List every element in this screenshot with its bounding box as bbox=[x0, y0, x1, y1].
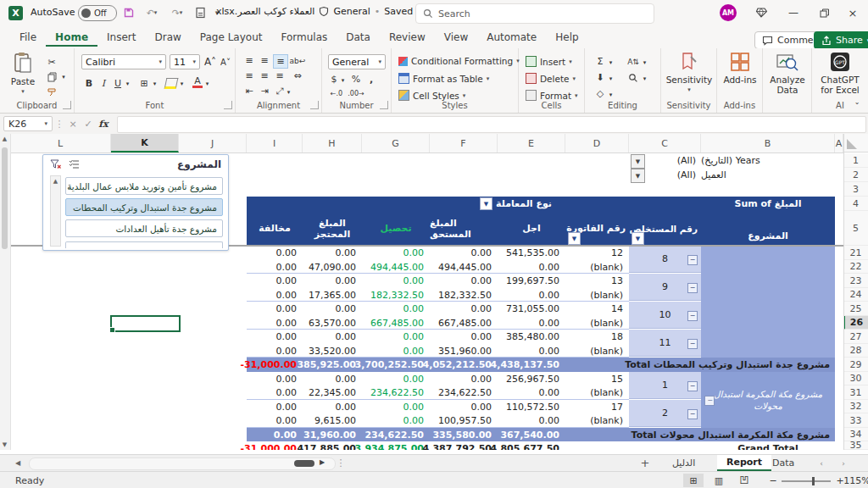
sensitivity-badge[interactable]: General bbox=[333, 6, 370, 17]
pivot-extract-group[interactable]: 1− bbox=[629, 372, 701, 399]
pivot-extract-group[interactable]: 2− bbox=[629, 400, 701, 427]
merge-center-button[interactable]: ⇔ bbox=[290, 69, 305, 82]
align-top-button[interactable]: ≡ bbox=[242, 54, 256, 67]
autosum-button[interactable]: Σ bbox=[593, 55, 607, 68]
collapse-button[interactable]: − bbox=[687, 381, 698, 391]
increase-indent-button[interactable]: ⇥ bbox=[258, 85, 271, 97]
share-button[interactable]: Share ▾ bbox=[814, 31, 868, 49]
restore-button[interactable] bbox=[807, 0, 841, 25]
collapse-button[interactable]: − bbox=[704, 396, 715, 406]
pivot-extract-group[interactable]: 8− bbox=[629, 246, 701, 273]
font-dialog-launcher[interactable] bbox=[224, 101, 232, 109]
ribbon-tab-data[interactable]: Data bbox=[337, 27, 380, 47]
row-header-25[interactable]: 25 bbox=[843, 302, 868, 316]
ribbon-tab-file[interactable]: File bbox=[10, 27, 46, 47]
pivot-extract-group[interactable]: 10− bbox=[629, 302, 701, 329]
number-format-combo[interactable]: General▾ bbox=[328, 54, 386, 69]
copy-button[interactable] bbox=[44, 71, 59, 83]
clear-dropdown[interactable]: ▾ bbox=[607, 90, 615, 100]
row-header-31[interactable]: 31 bbox=[843, 385, 868, 400]
font-name-combo[interactable]: Calibri▾ bbox=[81, 54, 166, 69]
copy-dropdown[interactable]: ▾ bbox=[59, 71, 68, 83]
ribbon-tab-view[interactable]: View bbox=[435, 27, 477, 47]
borders-dropdown[interactable]: ▾ bbox=[151, 79, 159, 89]
slicer-scrollbar[interactable]: ▲ bbox=[50, 175, 61, 247]
paste-button[interactable]: Paste ▾ bbox=[7, 52, 39, 97]
column-header-K[interactable]: K bbox=[111, 134, 179, 152]
row-header-26[interactable]: 26 bbox=[843, 316, 868, 330]
slicer-item-1[interactable]: مشروع جدة استبدال وتركيب المحطات bbox=[65, 198, 223, 216]
accounting-format-button[interactable]: $ bbox=[328, 73, 340, 86]
redo-button[interactable]: ↷▾ bbox=[166, 4, 188, 21]
conditional-formatting-button[interactable]: Conditional Formatting▾ bbox=[398, 56, 520, 66]
collapse-button[interactable]: − bbox=[687, 255, 698, 265]
tab-splitter[interactable]: ⋮ bbox=[337, 458, 344, 469]
row-header-24[interactable]: 24 bbox=[843, 288, 868, 302]
row-header-5[interactable]: 5 bbox=[843, 211, 868, 246]
sort-filter-dropdown[interactable]: ▾ bbox=[641, 58, 648, 68]
fill-handle[interactable] bbox=[109, 327, 115, 333]
row-header-32[interactable]: 32 bbox=[843, 400, 868, 413]
extract-filter-dropdown[interactable]: ▼ bbox=[632, 232, 644, 245]
clear-button[interactable]: ◇ bbox=[593, 87, 607, 100]
fill-color-button[interactable] bbox=[164, 76, 178, 90]
column-header-J[interactable]: J bbox=[179, 134, 247, 152]
scroll-down-arrow[interactable]: ▼ bbox=[0, 441, 9, 448]
grow-font-button[interactable]: A˄ bbox=[203, 54, 217, 69]
column-header-H[interactable]: H bbox=[303, 134, 362, 152]
autosum-dropdown[interactable]: ▾ bbox=[607, 58, 615, 68]
select-all-corner[interactable] bbox=[843, 134, 868, 152]
filter-funnel-icon[interactable]: ▼ bbox=[480, 197, 492, 210]
insert-cells-button[interactable]: Insert▾ bbox=[526, 56, 572, 67]
comma-button[interactable]: , bbox=[366, 73, 376, 86]
row-header-4[interactable]: 4 bbox=[843, 197, 868, 211]
row-header-35[interactable]: 35 bbox=[843, 441, 868, 450]
zoom-level[interactable]: 115% bbox=[845, 474, 868, 486]
zoom-slider[interactable] bbox=[782, 480, 831, 482]
search-input[interactable]: Search bbox=[415, 3, 654, 24]
print-preview-button[interactable] bbox=[192, 4, 209, 21]
align-center-button[interactable]: ≡ bbox=[258, 69, 271, 82]
page-break-view-button[interactable]: 凹 bbox=[734, 474, 754, 487]
borders-button[interactable]: ⊞ bbox=[137, 76, 151, 90]
pivot-extract-group[interactable]: 11− bbox=[629, 330, 701, 357]
align-left-button[interactable]: ≡ bbox=[242, 69, 256, 82]
collapse-button[interactable]: − bbox=[687, 409, 698, 419]
ribbon-tab-home[interactable]: Home bbox=[46, 27, 97, 47]
ribbon-tab-insert[interactable]: Insert bbox=[97, 27, 145, 47]
filter-client-dropdown[interactable]: ▼ bbox=[631, 169, 645, 183]
slicer-item-partial[interactable] bbox=[65, 241, 223, 248]
row-header-2[interactable]: 2 bbox=[843, 168, 868, 182]
column-header-F[interactable]: F bbox=[430, 134, 498, 152]
filter-years-dropdown[interactable]: ▼ bbox=[631, 154, 645, 169]
pivot-project-group[interactable] bbox=[701, 246, 835, 358]
row-header-27[interactable]: 27 bbox=[843, 330, 868, 344]
wrap-text-button[interactable]: ab↩ bbox=[290, 54, 305, 67]
increase-decimal-button[interactable]: ←.0 bbox=[328, 87, 345, 99]
italic-button[interactable]: I bbox=[98, 76, 108, 90]
font-color-button[interactable]: A bbox=[192, 75, 203, 90]
excel-logo-icon[interactable]: X bbox=[8, 6, 23, 20]
sort-filter-button[interactable]: A⇅ bbox=[626, 55, 641, 68]
cancel-button[interactable]: × bbox=[66, 118, 80, 130]
minimize-button[interactable]: — bbox=[776, 0, 810, 25]
collapse-button[interactable]: − bbox=[687, 339, 698, 349]
cell-styles-button[interactable]: Cell Styles▾ bbox=[398, 90, 465, 101]
row-header-28[interactable]: 28 bbox=[843, 344, 868, 358]
accounting-dropdown[interactable]: ▾ bbox=[339, 75, 347, 86]
ribbon-tab-automate[interactable]: Automate bbox=[477, 27, 546, 47]
column-header-G[interactable]: G bbox=[362, 134, 430, 152]
row-header-33[interactable]: 33 bbox=[843, 413, 868, 428]
close-button[interactable]: × bbox=[837, 0, 868, 25]
ribbon-tab-help[interactable]: Help bbox=[546, 27, 587, 47]
sheet-tab-الدليل[interactable]: الدليل bbox=[663, 455, 704, 471]
horizontal-scroll-thumb[interactable] bbox=[294, 460, 314, 467]
pivot-extract-group[interactable]: 9− bbox=[629, 274, 701, 301]
column-header-B[interactable]: B bbox=[701, 134, 835, 152]
page-layout-view-button[interactable]: ▥ bbox=[709, 474, 729, 487]
name-box-dropdown[interactable]: ▾ bbox=[44, 120, 47, 127]
alignment-dialog-launcher[interactable] bbox=[310, 101, 319, 109]
row-header-21[interactable]: 21 bbox=[843, 246, 868, 260]
column-header-E[interactable]: E bbox=[498, 134, 565, 152]
column-header-I[interactable]: I bbox=[247, 134, 303, 152]
